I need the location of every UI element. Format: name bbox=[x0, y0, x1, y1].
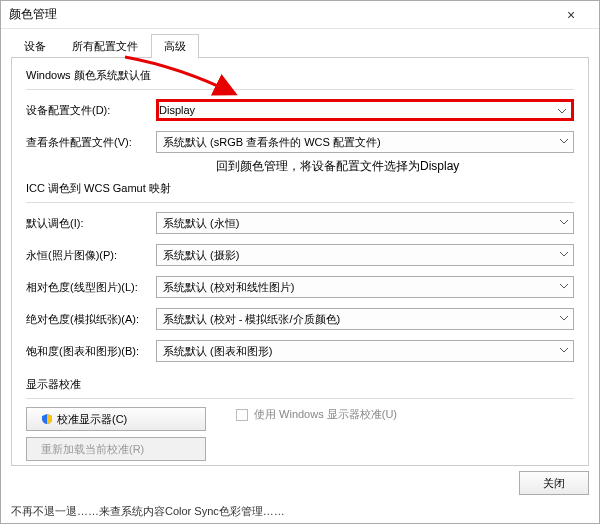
device-profile-dropdown[interactable]: Display bbox=[156, 99, 574, 121]
checkbox-icon bbox=[236, 409, 248, 421]
relative-dropdown[interactable]: 系统默认 (校对和线性图片) bbox=[156, 276, 574, 298]
close-button-label: 关闭 bbox=[543, 476, 565, 491]
advanced-panel: Windows 颜色系统默认值 设备配置文件(D): Display 查看条件配… bbox=[11, 57, 589, 466]
shield-icon bbox=[41, 413, 53, 425]
chevron-down-icon bbox=[557, 106, 567, 118]
perpetual-value: 系统默认 (摄影) bbox=[163, 248, 239, 263]
chevron-down-icon bbox=[559, 217, 569, 229]
tab-all-profiles[interactable]: 所有配置文件 bbox=[59, 34, 151, 58]
chevron-down-icon bbox=[559, 313, 569, 325]
color-management-window: 颜色管理 × 设备 所有配置文件 高级 Windows 颜色系统默认值 设备配置… bbox=[0, 0, 600, 524]
saturation-value: 系统默认 (图表和图形) bbox=[163, 344, 272, 359]
reload-button-label: 重新加载当前校准(R) bbox=[41, 442, 144, 457]
device-profile-value: Display bbox=[159, 104, 195, 116]
calibrate-display-button[interactable]: 校准显示器(C) bbox=[26, 407, 206, 431]
titlebar: 颜色管理 × bbox=[1, 1, 599, 29]
absolute-value: 系统默认 (校对 - 模拟纸张/介质颜色) bbox=[163, 312, 340, 327]
divider bbox=[26, 202, 574, 203]
annotation-text: 回到颜色管理，将设备配置文件选择为Display bbox=[216, 158, 574, 175]
chevron-down-icon bbox=[559, 345, 569, 357]
perpetual-dropdown[interactable]: 系统默认 (摄影) bbox=[156, 244, 574, 266]
use-win-cal-label: 使用 Windows 显示器校准(U) bbox=[254, 407, 397, 422]
device-profile-label: 设备配置文件(D): bbox=[26, 103, 156, 118]
chevron-down-icon bbox=[559, 281, 569, 293]
view-conditions-value: 系统默认 (sRGB 查看条件的 WCS 配置文件) bbox=[163, 135, 381, 150]
dialog-bottom-bar: 关闭 bbox=[1, 466, 599, 500]
absolute-dropdown[interactable]: 系统默认 (校对 - 模拟纸张/介质颜色) bbox=[156, 308, 574, 330]
chevron-down-icon bbox=[559, 136, 569, 148]
default-tone-label: 默认调色(I): bbox=[26, 216, 156, 231]
saturation-label: 饱和度(图表和图形)(B): bbox=[26, 344, 156, 359]
relative-value: 系统默认 (校对和线性图片) bbox=[163, 280, 294, 295]
saturation-dropdown[interactable]: 系统默认 (图表和图形) bbox=[156, 340, 574, 362]
view-conditions-dropdown[interactable]: 系统默认 (sRGB 查看条件的 WCS 配置文件) bbox=[156, 131, 574, 153]
default-tone-value: 系统默认 (永恒) bbox=[163, 216, 239, 231]
relative-label: 相对色度(线型图片)(L): bbox=[26, 280, 156, 295]
icc-group-title: ICC 调色到 WCS Gamut 映射 bbox=[26, 181, 574, 196]
default-tone-dropdown[interactable]: 系统默认 (永恒) bbox=[156, 212, 574, 234]
view-conditions-label: 查看条件配置文件(V): bbox=[26, 135, 156, 150]
tab-device[interactable]: 设备 bbox=[11, 34, 59, 58]
window-title: 颜色管理 bbox=[9, 6, 551, 23]
tab-advanced[interactable]: 高级 bbox=[151, 34, 199, 58]
display-calibration-title: 显示器校准 bbox=[26, 377, 574, 392]
close-icon[interactable]: × bbox=[551, 7, 591, 23]
reload-calibration-button: 重新加载当前校准(R) bbox=[26, 437, 206, 461]
divider bbox=[26, 89, 574, 90]
calibrate-button-label: 校准显示器(C) bbox=[57, 412, 127, 427]
defaults-group-title: Windows 颜色系统默认值 bbox=[26, 68, 574, 83]
use-windows-calibration-checkbox: 使用 Windows 显示器校准(U) bbox=[236, 407, 397, 422]
close-button[interactable]: 关闭 bbox=[519, 471, 589, 495]
absolute-label: 绝对色度(模拟纸张)(A): bbox=[26, 312, 156, 327]
perpetual-label: 永恒(照片图像)(P): bbox=[26, 248, 156, 263]
divider bbox=[26, 398, 574, 399]
page-text-fragment: 不再不退一退……来查系统内容Color Sync色彩管理…… bbox=[1, 500, 599, 523]
tab-strip: 设备 所有配置文件 高级 bbox=[1, 29, 599, 58]
chevron-down-icon bbox=[559, 249, 569, 261]
